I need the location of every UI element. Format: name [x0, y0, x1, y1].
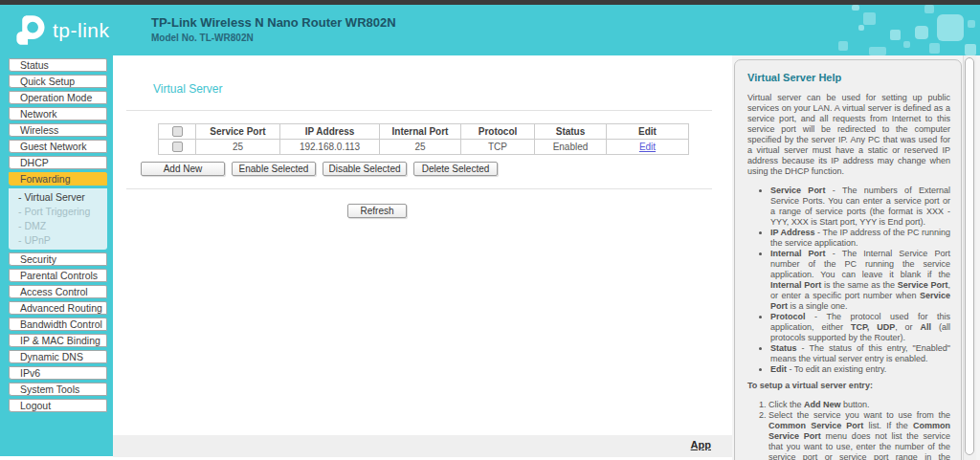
edit-link[interactable]: Edit	[639, 142, 656, 152]
sidebar-item-system-tools[interactable]: System Tools	[9, 383, 107, 396]
tp-link-logo-icon	[12, 13, 46, 47]
help-list-item: Service Port - The numbers of External S…	[770, 186, 950, 228]
refresh-button[interactable]: Refresh	[347, 204, 407, 218]
help-list-item: IP Address - The IP address of the PC ru…	[770, 228, 950, 249]
help-list-item: Edit - To edit an existing entry.	[770, 364, 950, 375]
delete-selected-button[interactable]: Delete Selected	[413, 162, 498, 176]
help-bullet-list: Service Port - The numbers of External S…	[747, 186, 950, 375]
column-header-edit: Edit	[607, 124, 689, 140]
table-cell: 25	[380, 140, 461, 155]
row-checkbox-cell	[159, 140, 196, 155]
help-intro: Virtual server can be used for setting u…	[747, 93, 950, 177]
table-cell: 25	[196, 140, 280, 155]
divider	[126, 110, 712, 111]
sidebar-top-group: StatusQuick SetupOperation ModeNetworkWi…	[0, 58, 113, 186]
sidebar-item-ipv6[interactable]: IPv6	[9, 366, 107, 380]
help-list-item: Click the Add New button.	[768, 400, 950, 410]
device-title: TP-Link Wireless N Nano Router WR802N	[151, 15, 396, 30]
header-title-block: TP-Link Wireless N Nano Router WR802N Mo…	[151, 15, 396, 43]
sidebar-item-security[interactable]: Security	[9, 252, 107, 266]
footer-bar: App	[113, 435, 732, 457]
table-action-buttons: Add NewEnable SelectedDisable SelectedDe…	[141, 162, 498, 176]
header: tp-link TP-Link Wireless N Nano Router W…	[0, 5, 980, 55]
logo-text: tp-link	[53, 19, 110, 42]
sidebar-item-network[interactable]: Network	[9, 107, 107, 120]
column-header-internal-port: Internal Port	[380, 124, 461, 140]
sidebar-item-quick-setup[interactable]: Quick Setup	[9, 75, 107, 88]
table-cell: TCP	[461, 140, 535, 155]
sidebar-item-ip-mac-binding[interactable]: IP & MAC Binding	[9, 334, 107, 347]
checkbox-column-header	[159, 124, 196, 140]
sidebar-item-forwarding[interactable]: Forwarding	[9, 172, 107, 186]
help-box: Virtual Server Help Virtual server can b…	[734, 59, 962, 460]
help-list-item: Protocol - The protocol used for this ap…	[770, 312, 950, 343]
edit-cell: Edit	[607, 140, 689, 155]
sidebar-bottom-group: SecurityParental ControlsAccess ControlA…	[0, 252, 113, 412]
help-list-item: Status - The status of this entry, "Enab…	[770, 343, 950, 364]
enable-selected-button[interactable]: Enable Selected	[232, 162, 316, 176]
forwarding-submenu: - Virtual Server- Port Triggering- DMZ- …	[9, 188, 107, 250]
sidebar-menu: StatusQuick SetupOperation ModeNetworkWi…	[0, 55, 113, 456]
sidebar-item-bandwidth-control[interactable]: Bandwidth Control	[9, 318, 107, 331]
table-cell: Enabled	[535, 140, 607, 155]
help-scrollbar[interactable]	[963, 55, 976, 460]
app-link[interactable]: App	[691, 439, 711, 450]
sidebar-item-guest-network[interactable]: Guest Network	[9, 140, 107, 153]
sidebar-item-logout[interactable]: Logout	[9, 399, 107, 412]
divider	[126, 188, 712, 189]
column-header-protocol: Protocol	[461, 124, 535, 140]
help-scrollbar-thumb[interactable]	[965, 57, 974, 455]
disable-selected-button[interactable]: Disable Selected	[323, 162, 407, 176]
sidebar-subitem-port-triggering[interactable]: - Port Triggering	[9, 205, 107, 219]
sidebar-item-operation-mode[interactable]: Operation Mode	[9, 91, 107, 104]
table-cell: 192.168.0.113	[280, 140, 380, 155]
device-model: Model No. TL-WR802N	[151, 33, 396, 43]
select-all-checkbox[interactable]	[172, 126, 183, 137]
sidebar-item-advanced-routing[interactable]: Advanced Routing	[9, 301, 107, 315]
table-row: 25192.168.0.11325TCPEnabledEdit	[159, 140, 689, 155]
sidebar-item-status[interactable]: Status	[9, 58, 107, 72]
tp-link-logo: tp-link	[12, 13, 110, 47]
sidebar-subitem-dmz[interactable]: - DMZ	[9, 219, 107, 233]
help-setup-heading: To setup a virtual server entry:	[747, 381, 950, 391]
sidebar-item-wireless[interactable]: Wireless	[9, 123, 107, 137]
sidebar-item-access-control[interactable]: Access Control	[9, 285, 107, 298]
virtual-server-table: Service PortIP AddressInternal PortProto…	[158, 123, 689, 155]
sidebar-subitem-virtual-server[interactable]: - Virtual Server	[9, 190, 107, 205]
column-header-service-port: Service Port	[196, 124, 280, 140]
sidebar-item-parental-controls[interactable]: Parental Controls	[9, 269, 107, 282]
sidebar-item-dhcp[interactable]: DHCP	[9, 156, 107, 169]
help-steps-list: Click the Add New button.Select the serv…	[747, 400, 950, 460]
column-header-ip-address: IP Address	[280, 124, 380, 140]
page-title: Virtual Server	[153, 82, 222, 96]
sidebar-item-dynamic-dns[interactable]: Dynamic DNS	[9, 350, 107, 363]
help-panel: Virtual Server Help Virtual server can b…	[732, 55, 980, 460]
help-list-item: Select the service you want to use from …	[768, 410, 950, 460]
column-header-status: Status	[535, 124, 607, 140]
main-content: Virtual Server Service PortIP AddressInt…	[113, 55, 732, 435]
help-title: Virtual Server Help	[747, 72, 950, 83]
sidebar-subitem-upnp[interactable]: - UPnP	[9, 233, 107, 248]
row-checkbox[interactable]	[172, 142, 183, 152]
help-list-item: Internal Port - The Internal Service Por…	[770, 249, 950, 312]
add-new-button[interactable]: Add New	[141, 162, 225, 176]
